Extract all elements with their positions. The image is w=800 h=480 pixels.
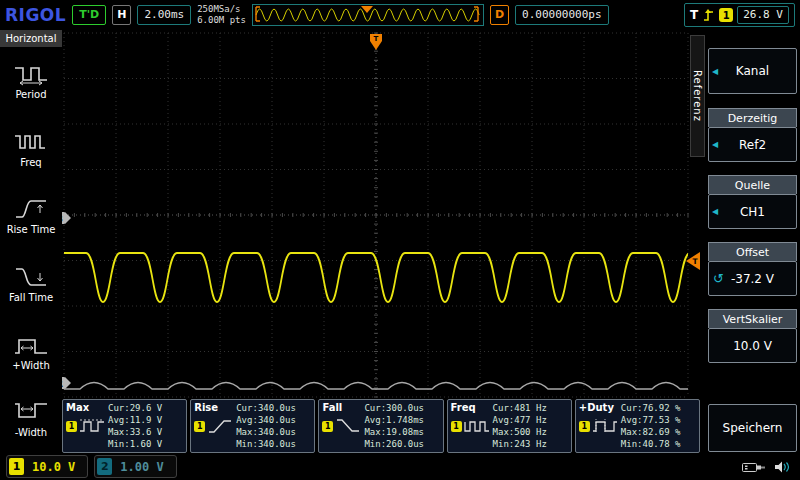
fall-measurement-icon — [335, 418, 361, 434]
measurement-avg: Avg:11.9 V — [108, 415, 183, 425]
measurement-avg: Avg:1.748ms — [364, 415, 439, 425]
measurement-max: Max:500 Hz — [493, 427, 568, 437]
measurement-box-duty: +Duty 1 Cur:76.92 % Avg:77.53 % Max:82.6… — [575, 399, 700, 453]
ref-waveform — [64, 383, 724, 390]
memory-depth: 6.00M pts — [197, 15, 246, 25]
softkey-speichern[interactable]: Speichern — [708, 404, 797, 452]
measurement-name: Freq — [451, 402, 476, 413]
sidebar-item-fall-time[interactable]: Fall Time — [0, 250, 62, 318]
measurement-avg: Avg:77.53 % — [621, 415, 696, 425]
measurement-cur: Cur:340.0us — [236, 403, 311, 413]
menu-tab-referenz: Referenz — [690, 35, 705, 157]
minus-width-icon — [12, 400, 50, 424]
sidebar-item-plus-width[interactable]: +Width — [0, 318, 62, 386]
channel-1-scale: 10.0 V — [32, 460, 75, 474]
measurement-source-badge: 1 — [194, 421, 205, 432]
sidebar-item-label: Fall Time — [9, 292, 53, 303]
delay-value: 0.00000000ps — [515, 5, 608, 25]
channel-2-scale: 1.00 V — [120, 460, 163, 474]
trigger-position-marker[interactable]: T — [370, 34, 382, 50]
waveform-preview-strip[interactable] — [252, 4, 484, 26]
measurement-max: Max:340.0us — [236, 427, 311, 437]
sidebar-item-label: +Width — [12, 360, 49, 371]
softkey-vertskalier-value[interactable]: 10.0 V — [708, 328, 797, 363]
measurement-cur: Cur:481 Hz — [493, 403, 568, 413]
channel-2-badge: 2 — [97, 458, 112, 475]
horizontal-label: H — [112, 5, 131, 25]
measurement-name: Rise — [194, 402, 218, 413]
sidebar-item-label: Freq — [20, 157, 41, 168]
measurement-min: Min:1.60 V — [108, 439, 183, 449]
measurement-avg: Avg:477 Hz — [493, 415, 568, 425]
softkey-value: CH1 — [740, 205, 765, 219]
usb-icon — [742, 461, 766, 473]
trigger-label: T — [690, 8, 698, 22]
status-bar: RIGOL T'D H 2.00ms 250MSa/s 6.00M pts D … — [0, 0, 800, 30]
measurement-source-badge: 1 — [451, 421, 462, 432]
rigol-logo: RIGOL — [5, 5, 66, 25]
measurement-min: Min:340.0us — [236, 439, 311, 449]
measurement-name: +Duty — [579, 402, 614, 413]
measurement-min: Min:243 Hz — [493, 439, 568, 449]
trigger-source-badge: 1 — [719, 8, 733, 22]
channel-bar: 1 10.0 V 2 1.00 V — [0, 453, 800, 480]
sidebar-item-rise-time[interactable]: Rise Time — [0, 182, 62, 250]
measurement-cur: Cur:76.92 % — [621, 403, 696, 413]
measurement-name: Fall — [322, 402, 342, 413]
freq-measurement-icon — [464, 418, 490, 434]
timebase-value: 2.00ms — [137, 5, 191, 25]
softkey-label-offset: Offset — [708, 242, 797, 261]
measurement-max: Max:82.69 % — [621, 427, 696, 437]
softkey-label-quelle: Quelle — [708, 175, 797, 194]
channel-1-box[interactable]: 1 10.0 V — [6, 455, 88, 478]
softkey-label: Kanal — [736, 64, 769, 78]
acquisition-info: 250MSa/s 6.00M pts — [197, 4, 246, 26]
freq-icon — [12, 130, 50, 154]
measurement-name: Max — [66, 402, 89, 413]
softkey-arrow-icon: ◀ — [712, 207, 718, 216]
measurement-cur: Cur:29.6 V — [108, 403, 183, 413]
trigger-status-badge: T'D — [72, 5, 106, 25]
softkey-offset-value[interactable]: ↺ -37.2 V — [708, 261, 797, 296]
plus-width-icon — [12, 333, 50, 357]
softkey-value: 10.0 V — [733, 339, 772, 353]
channel-2-box[interactable]: 2 1.00 V — [94, 455, 176, 478]
measurement-box-freq: Freq 1 Cur:481 Hz Avg:477 Hz Max:500 Hz … — [447, 399, 572, 453]
measurement-box-fall: Fall 1 Cur:300.0us Avg:1.748ms Max:19.08… — [318, 399, 443, 453]
trigger-info-group[interactable]: T 1 26.8 V — [684, 3, 795, 27]
measurement-box-rise: Rise 1 Cur:340.0us Avg:340.0us Max:340.0… — [190, 399, 315, 453]
rise-measurement-icon — [207, 418, 233, 434]
measurement-max: Max:33.6 V — [108, 427, 183, 437]
sidebar-item-period[interactable]: Period — [0, 47, 62, 115]
sidebar-item-label: Rise Time — [7, 224, 56, 235]
speaker-icon — [774, 460, 790, 474]
measurement-avg: Avg:340.0us — [236, 415, 311, 425]
sample-rate: 250MSa/s — [197, 4, 240, 14]
measurement-min: Min:260.0us — [364, 439, 439, 449]
softkey-label-vertskalier: VertSkalier — [708, 309, 797, 328]
softkey-label-derzeitig: Derzeitig — [708, 108, 797, 127]
sidebar-item-label: Period — [15, 89, 46, 100]
rise-time-icon — [12, 197, 50, 221]
rotate-knob-icon: ↺ — [713, 272, 724, 285]
softkey-derzeitig-value[interactable]: ◀ Ref2 — [708, 127, 797, 162]
softkey-value: -37.2 V — [731, 272, 774, 286]
sidebar-item-minus-width[interactable]: -Width — [0, 385, 62, 453]
measure-menu-title: Horizontal — [0, 30, 62, 47]
measurement-bar: Max 1 Cur:29.6 V Avg:11.9 V Max:33.6 V M… — [62, 399, 700, 453]
graticule — [64, 33, 688, 397]
softkey-arrow-icon: ◀ — [712, 67, 718, 76]
sidebar-item-freq[interactable]: Freq — [0, 115, 62, 183]
measurement-cur: Cur:300.0us — [364, 403, 439, 413]
trigger-position-label: T — [374, 35, 379, 43]
period-icon — [12, 62, 50, 86]
measurement-max: Max:19.08ms — [364, 427, 439, 437]
trigger-level-value: 26.8 V — [737, 6, 789, 24]
fall-time-icon — [12, 265, 50, 289]
channel-1-badge: 1 — [9, 458, 24, 475]
measurement-box-max: Max 1 Cur:29.6 V Avg:11.9 V Max:33.6 V M… — [62, 399, 187, 453]
softkey-quelle-value[interactable]: ◀ CH1 — [708, 194, 797, 229]
duty-measurement-icon — [592, 418, 618, 434]
sidebar-item-label: -Width — [15, 427, 47, 438]
softkey-kanal[interactable]: ◀ Kanal — [708, 48, 797, 94]
